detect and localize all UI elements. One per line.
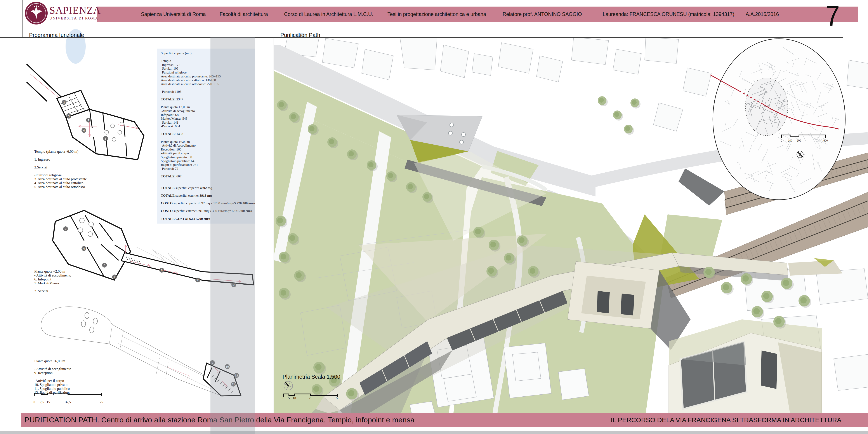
inset-scale-tick: 0 [781, 139, 782, 142]
left-section-title: Programma funzionale [29, 32, 84, 38]
room-badge: 5 [102, 263, 107, 267]
scale-tick: 75 [100, 400, 103, 404]
room-badge: 2 [62, 100, 66, 105]
university-subtitle: UNIVERSITÀ DI ROMA [50, 16, 101, 21]
header-item-course: Corso di Laurea in Architettura L.M.C.U. [284, 11, 373, 17]
planimetria-label: Planimetria Scala 1:500 [283, 374, 340, 380]
vertical-gray-band [211, 37, 255, 434]
header-item-faculty: Facoltà di architettura [220, 11, 268, 17]
room-badge: 6 [159, 268, 164, 272]
university-wordmark: SAPIENZA UNIVERSITÀ DI ROMA [50, 5, 101, 21]
header-item-thesis: Tesi in progettazione architettonica e u… [388, 11, 486, 17]
skylight [448, 131, 452, 135]
plan-tempio-minus6-drawing [24, 60, 155, 163]
scale-tick: 10 [293, 396, 296, 400]
footer-subtitle: IL PERCORSO DELA VIA FRANCIGENA SI TRASF… [611, 416, 841, 424]
inset-scale-tick: 100 [788, 139, 793, 142]
scale-tick: 25 [309, 396, 312, 400]
scale-tick: 0 [33, 400, 35, 404]
sapienza-logo-icon [25, 1, 48, 25]
university-name: SAPIENZA [50, 5, 101, 16]
skylight [462, 133, 465, 137]
skylight [460, 140, 464, 144]
room-badge: 4 [82, 246, 86, 251]
map-section-title: Purification Path [280, 32, 320, 38]
room-badge: 2 [112, 274, 117, 279]
top-left-margin-line [23, 0, 23, 37]
thesis-presentation-board: SAPIENZA UNIVERSITÀ DI ROMA Sapienza Uni… [0, 0, 868, 434]
skylight [450, 123, 454, 127]
section-rule [0, 37, 843, 38]
scale-tick: 7,5 [40, 400, 44, 404]
scale-tick: 5 [288, 396, 290, 400]
panel-divider-line [274, 37, 274, 413]
scale-tick: 50 [336, 396, 339, 400]
page-number: 7 [826, 0, 840, 32]
plan-minus6-caption: Tempio (pianta quota -6,00 m) 1. Ingress… [34, 150, 87, 189]
bottom-left-margin-line [22, 409, 22, 428]
header-item-student: Laureanda: FRANCESCA ORUNESU (matricola:… [603, 11, 734, 17]
inset-scale-tick: 500 [824, 139, 828, 142]
scale-tick: 15 [47, 400, 50, 404]
header-item-university: Sapienza Università di Roma [141, 11, 206, 17]
header-item-advisor: Relatore prof. ANTONINO SAGGIO [503, 11, 582, 17]
plans-scale-bar [34, 393, 104, 397]
scale-tick: 0 [283, 396, 284, 400]
inset-scale-tick: 200 [797, 139, 801, 142]
bottom-edge-strip [0, 431, 868, 434]
room-badge: 5 [103, 136, 108, 141]
room-badge: 3 [63, 226, 68, 231]
header-item-year: A.A.2015/2016 [746, 11, 779, 17]
room-badge: 3 [66, 114, 71, 119]
room-badge: 4 [82, 128, 86, 133]
room-badge: 7 [195, 278, 200, 282]
scale-tick: 37,5 [65, 400, 71, 404]
plan-plus6-caption: Pianta quota +6,00 m - Attività di accog… [34, 359, 71, 395]
masterplan-drawing [274, 37, 868, 413]
plan-plus2-caption: Pianta quota +2,00 m- Attività di accogl… [34, 269, 71, 293]
room-badge: 1 [86, 118, 91, 122]
